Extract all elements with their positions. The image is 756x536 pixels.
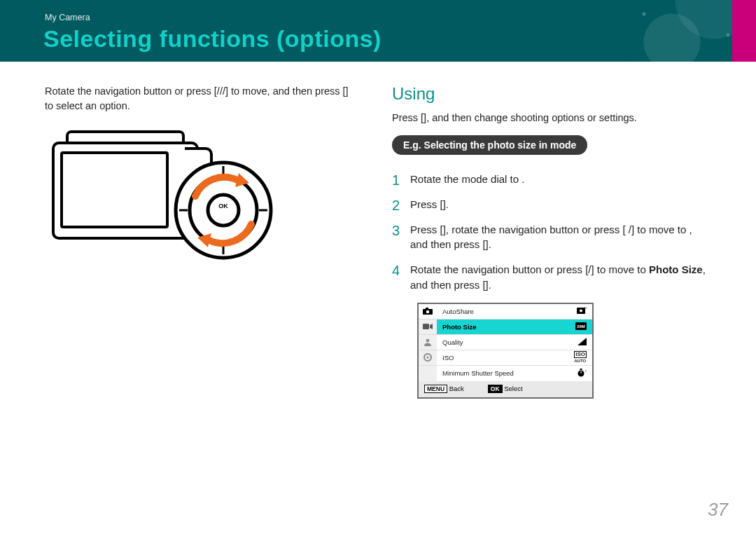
- step-number: 4: [392, 261, 400, 281]
- lcd-label: ISO: [442, 354, 454, 362]
- page-number: 37: [708, 499, 728, 521]
- step-number: 2: [392, 195, 400, 216]
- svg-rect-11: [426, 308, 428, 310]
- lcd-back-label: Back: [449, 385, 464, 392]
- lcd-label: AutoShare: [442, 308, 474, 315]
- step-text: Press [].: [410, 198, 449, 210]
- svg-rect-26: [580, 369, 582, 370]
- step-2: 2 Press [].: [392, 197, 707, 212]
- lcd-row-mss: Minimum Shutter Speed OFF: [437, 366, 592, 381]
- step-number: 1: [392, 170, 400, 191]
- menu-key-icon: MENU: [424, 385, 447, 393]
- section-tab: [732, 0, 756, 62]
- lcd-body: AutoShare OFF Photo Size 20M Quality: [419, 304, 592, 381]
- size-20m-icon: 20M: [575, 322, 587, 331]
- svg-point-19: [580, 310, 582, 312]
- svg-point-6: [208, 195, 239, 226]
- svg-point-15: [426, 339, 430, 343]
- lcd-select-label: Select: [504, 385, 522, 392]
- example-pill: E.g. Selecting the photo size in mode: [392, 135, 587, 155]
- camera-tab-icon: [419, 304, 437, 319]
- svg-text:OFF: OFF: [585, 369, 587, 373]
- section-intro: Press [], and then change shooting optio…: [392, 111, 707, 125]
- page-title: Selecting functions (options): [43, 25, 382, 53]
- camera-screen-outline: [60, 151, 169, 228]
- svg-point-17: [427, 357, 429, 359]
- step-text-prefix: Rotate the navigation button or press [/…: [410, 263, 649, 275]
- lcd-side-tabs: [419, 304, 437, 381]
- navigation-dial-icon: OK: [171, 158, 276, 263]
- svg-rect-13: [423, 324, 429, 329]
- iso-auto-icon: ISOAUTO: [574, 351, 587, 364]
- svg-text:OFF: OFF: [584, 306, 587, 310]
- video-tab-icon: [419, 319, 437, 335]
- autoshare-off-icon: OFF: [577, 306, 587, 316]
- step-3: 3 Press [], rotate the navigation button…: [392, 222, 707, 253]
- step-text: Press [], rotate the navigation button o…: [410, 224, 692, 251]
- intro-text: Rotate the navigation button or press [/…: [45, 84, 356, 114]
- mss-icon: OFF: [577, 369, 587, 378]
- ok-key-icon: OK: [488, 385, 503, 393]
- lcd-row-quality: Quality: [437, 335, 592, 350]
- step-text: Rotate the mode dial to .: [410, 173, 524, 185]
- step-1: 1 Rotate the mode dial to .: [392, 172, 707, 187]
- lcd-row-photosize: Photo Size 20M: [437, 319, 592, 335]
- quality-icon: [578, 338, 587, 347]
- manual-page: My Camera Selecting functions (options) …: [0, 0, 756, 536]
- step-4: 4 Rotate the navigation button or press …: [392, 262, 707, 293]
- left-column: Rotate the navigation button or press [/…: [45, 84, 356, 263]
- step-number: 3: [392, 221, 400, 241]
- lcd-list: AutoShare OFF Photo Size 20M Quality: [437, 304, 592, 381]
- lcd-label: Minimum Shutter Speed: [442, 369, 514, 377]
- breadcrumb: My Camera: [45, 13, 90, 22]
- lcd-label: Photo Size: [442, 323, 477, 331]
- lcd-menu: AutoShare OFF Photo Size 20M Quality: [417, 303, 594, 399]
- lcd-row-iso: ISO ISOAUTO: [437, 350, 592, 366]
- right-column: Using Press [], and then change shooting…: [392, 84, 707, 399]
- svg-marker-14: [430, 324, 433, 329]
- svg-text:OK: OK: [218, 202, 228, 209]
- step-text-bold: Photo Size: [649, 263, 703, 275]
- user-tab-icon: [419, 335, 437, 350]
- lcd-row-autoshare: AutoShare OFF: [437, 304, 592, 319]
- svg-point-12: [426, 310, 429, 313]
- svg-text:20M: 20M: [577, 324, 585, 329]
- camera-illustration: OK: [45, 126, 276, 263]
- lcd-footer: MENU Back OK Select: [419, 381, 592, 397]
- steps-list: 1 Rotate the mode dial to . 2 Press []. …: [392, 172, 707, 293]
- blank-tab: [419, 366, 437, 381]
- lcd-label: Quality: [442, 338, 463, 346]
- lcd-select-hint: OK Select: [488, 385, 523, 393]
- section-heading: Using: [392, 84, 707, 104]
- lcd-back-hint: MENU Back: [424, 385, 464, 393]
- settings-tab-icon: [419, 350, 437, 366]
